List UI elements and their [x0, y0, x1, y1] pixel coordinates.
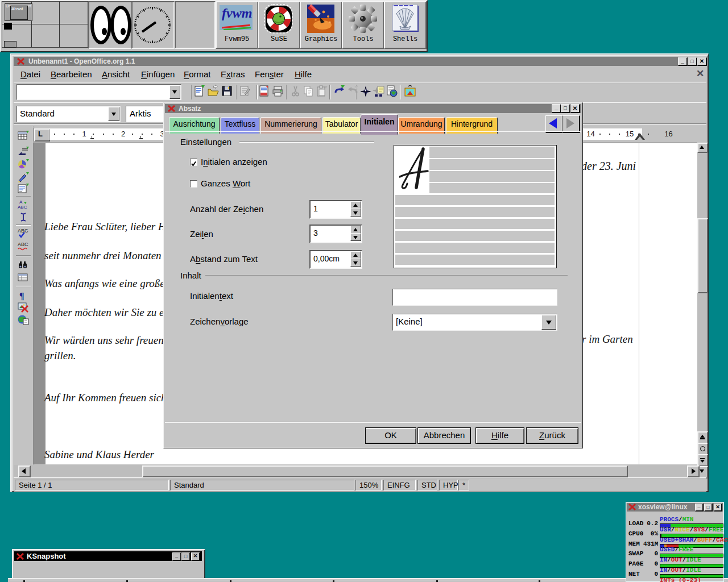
svg-text:A: A	[19, 199, 23, 205]
svg-text:ABC: ABC	[18, 242, 28, 247]
svg-text:¶: ¶	[19, 291, 24, 301]
svg-text:ABC: ABC	[18, 205, 27, 210]
svg-text:ABC: ABC	[18, 228, 28, 234]
